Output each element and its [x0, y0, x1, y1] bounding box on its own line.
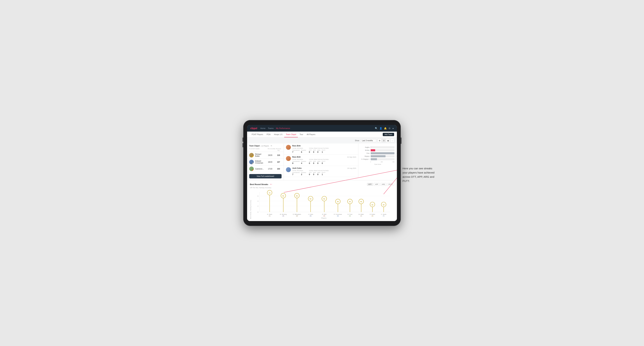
- col-pb-avg: PB AVG SQ: [276, 148, 282, 151]
- table-row[interactable]: 3 Cameron... 17/20 103: [247, 166, 284, 172]
- svg-point-56: [371, 216, 374, 216]
- list-view-button[interactable]: ☰: [382, 139, 386, 142]
- view-icons: ⊞ ☰ ▦ ↓: [378, 139, 394, 142]
- avatar: [286, 156, 291, 161]
- card-player-name: Rees Britt: [292, 156, 300, 158]
- svg-text:3x: 3x: [372, 204, 374, 206]
- svg-text:3x: 3x: [383, 204, 385, 206]
- side-annotation: Here you can see streaks your players ha…: [402, 166, 438, 183]
- nav-icons: 🔍 👤 🔔 ⚙ ●: [375, 127, 394, 130]
- card-info: Rees Britt Total Rounds Tournament: [292, 145, 356, 153]
- power-button[interactable]: [401, 138, 402, 144]
- tournament-stat: Tournament 7: [292, 149, 300, 153]
- stat-row: Tournament 7 Practice 6: [292, 149, 306, 153]
- bar-value: 131: [397, 158, 397, 160]
- table-headers: PLAYER NAME PB SCORE PB AVG SQ: [247, 148, 284, 152]
- col-pb-score: PB SCORE: [268, 148, 276, 151]
- volume-up-button[interactable]: [242, 138, 243, 142]
- svg-point-26: [296, 216, 298, 216]
- add-team-button[interactable]: Add Team: [383, 133, 394, 136]
- chart-title: Total Shots: [361, 164, 394, 165]
- svg-text:4x: 4x: [349, 201, 351, 202]
- bottom-section: Best Round Streaks ← OTT APP ARG PUTT Of…: [247, 180, 397, 221]
- sub-nav-hcaps[interactable]: Hcaps 1-5: [272, 132, 284, 137]
- edit-icon[interactable]: ✏: [271, 145, 272, 147]
- player-score: 18/20: [266, 161, 274, 163]
- table-row[interactable]: 2 Edward Crossman 18/20 107: [247, 159, 284, 166]
- avatar-icon[interactable]: ●: [392, 127, 394, 130]
- player-card: Rees Britt Total Rounds Tournament: [284, 144, 358, 155]
- right-panel: Eagles 3 Birdies 96: [358, 144, 397, 180]
- sub-nav-all-players[interactable]: All Players: [305, 132, 317, 137]
- avatar: [286, 145, 291, 150]
- volume-down-button[interactable]: [242, 143, 243, 147]
- grid-view-button[interactable]: ⊞: [378, 139, 382, 142]
- card-player-name: Rees Britt: [292, 145, 300, 147]
- svg-text:6: 6: [258, 195, 258, 197]
- tab-putt[interactable]: PUTT: [387, 183, 394, 186]
- nav-my-performance[interactable]: My Performance: [276, 127, 290, 129]
- avatar: 1: [249, 153, 254, 158]
- svg-text:R. Britt: R. Britt: [322, 213, 326, 215]
- player-name: Richard Butler: [255, 153, 265, 157]
- streaks-title-row: Best Round Streaks ←: [250, 182, 273, 186]
- sub-nav-pga[interactable]: PGA: [265, 132, 272, 137]
- rank-badge: 1: [252, 156, 254, 158]
- total-rounds-group: Total Rounds Tournament 7 Practice: [292, 148, 306, 153]
- bar-label: D. Bogeys +: [361, 158, 370, 160]
- player-cards: Rees Britt Total Rounds Tournament: [284, 144, 358, 177]
- tab-ott[interactable]: OTT: [367, 183, 373, 186]
- svg-point-61: [382, 216, 385, 216]
- streak-tabs: OTT APP ARG PUTT: [367, 183, 394, 186]
- sub-nav-pgat[interactable]: PGAT Players: [250, 132, 265, 137]
- svg-text:5x: 5x: [324, 198, 325, 200]
- person-icon[interactable]: 👤: [380, 127, 382, 130]
- streaks-header: Best Round Streaks ← OTT APP ARG PUTT: [250, 182, 394, 186]
- bar-fill: [371, 149, 375, 151]
- streak-chart-container: Best Streak, Fairway Accuracy 0 2 4: [250, 190, 394, 219]
- x-axis-0: 0: [370, 161, 371, 163]
- player-name: Cameron...: [255, 168, 265, 170]
- bar-label: Bogeys: [361, 155, 370, 157]
- search-icon[interactable]: 🔍: [375, 127, 378, 130]
- svg-point-21: [282, 216, 285, 216]
- svg-text:4x: 4x: [360, 201, 362, 202]
- svg-text:E. Ebert: E. Ebert: [267, 213, 272, 215]
- bell-icon[interactable]: 🔔: [384, 127, 387, 130]
- bar-value: 311: [397, 155, 397, 157]
- tab-arg[interactable]: ARG: [380, 183, 386, 186]
- player-score: 19/20: [266, 154, 274, 156]
- period-select[interactable]: Last 3 months: [361, 139, 376, 142]
- bar-track: 311: [371, 155, 394, 157]
- export-button[interactable]: ↓: [390, 139, 394, 142]
- nav-teams[interactable]: Teams: [268, 127, 274, 129]
- card-info: Josh Coles 26 Aug 2023 Total Rounds Tour…: [292, 167, 356, 175]
- view-leaderboard-button[interactable]: View Full Leaderboard: [249, 174, 282, 178]
- team-title: Team Clippd: [249, 145, 260, 147]
- card-view-button[interactable]: ▦: [386, 139, 390, 142]
- practice-activities-group: Total Practice Activities OTT 0 APP: [309, 148, 329, 153]
- bar-row-eagles: Eagles 3: [361, 146, 394, 148]
- tablet-frame: clippd Home Teams My Performance 🔍 👤 🔔 ⚙…: [243, 120, 401, 226]
- settings-icon[interactable]: ⚙: [388, 127, 390, 130]
- arg-stat: ARG 0: [317, 149, 320, 153]
- bar-track: 3: [371, 146, 394, 148]
- practice-stat: Practice 6: [301, 149, 306, 153]
- svg-text:M. Miller: M. Miller: [358, 213, 364, 215]
- tab-app[interactable]: APP: [374, 183, 380, 186]
- bar-row-dbogeys: D. Bogeys + 131: [361, 158, 394, 160]
- bar-row-bogeys: Bogeys 311: [361, 155, 394, 157]
- bar-track: 499: [371, 152, 394, 154]
- col-player-name: PLAYER NAME: [249, 148, 268, 151]
- svg-text:0: 0: [258, 211, 258, 213]
- avatar: [286, 167, 291, 172]
- table-row[interactable]: 1 Richard Butler 19/20 110: [247, 152, 284, 159]
- bar-label: Birdies: [361, 149, 370, 151]
- nav-bar: clippd Home Teams My Performance 🔍 👤 🔔 ⚙…: [247, 125, 397, 132]
- sub-nav-tour[interactable]: Tour: [298, 132, 305, 137]
- sub-nav-team-clippd[interactable]: Team Clippd: [284, 132, 298, 137]
- player-avg: 110: [276, 154, 282, 156]
- nav-home[interactable]: Home: [260, 127, 265, 129]
- player-card: Rees Britt 02 Sep 2023 Total Rounds Tour…: [284, 155, 358, 166]
- player-card: Josh Coles 26 Aug 2023 Total Rounds Tour…: [284, 166, 358, 177]
